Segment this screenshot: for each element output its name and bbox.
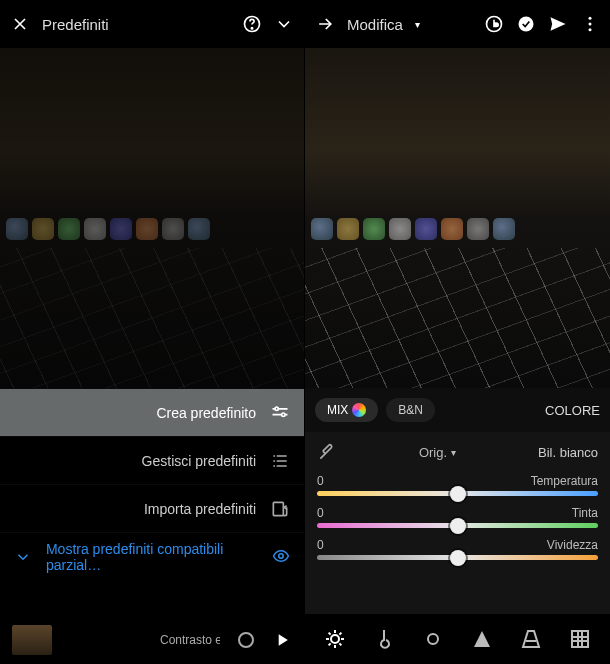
sliders-icon (270, 403, 290, 423)
tint-slider[interactable]: Tinta 0 (317, 506, 598, 532)
mix-pill-label: MIX (327, 403, 348, 417)
cloud-check-icon[interactable] (516, 14, 536, 34)
vibrance-value: 0 (317, 538, 324, 552)
svg-point-3 (282, 413, 285, 416)
svg-point-1 (251, 28, 252, 29)
white-balance-value: Orig. (419, 445, 447, 460)
perspective-icon[interactable] (519, 627, 543, 651)
list-icon (270, 451, 290, 471)
svg-point-6 (589, 17, 592, 20)
import-icon (270, 499, 290, 519)
play-icon[interactable] (272, 630, 292, 650)
color-controls: Bil. bianco Orig. ▾ Temperatura 0 Tinta … (305, 432, 610, 614)
create-preset-item[interactable]: Crea predefinito (0, 388, 304, 436)
show-partial-presets-item[interactable]: Mostra predefiniti compatibili parzial… (0, 532, 304, 580)
vibrance-label: Vividezza (547, 538, 598, 552)
premium-icon[interactable] (484, 14, 504, 34)
svg-point-12 (428, 634, 438, 644)
chevron-down-icon[interactable] (274, 14, 294, 34)
color-tab-label[interactable]: COLORE (545, 403, 600, 418)
temperature-slider[interactable]: Temperatura 0 (317, 474, 598, 500)
manage-presets-label: Gestisci predefiniti (142, 453, 256, 469)
grid-crop-icon[interactable] (568, 627, 592, 651)
white-balance-dropdown[interactable]: Orig. ▾ (419, 445, 456, 460)
temperature-value: 0 (317, 474, 324, 488)
svg-rect-11 (572, 631, 588, 647)
chevron-down-icon (14, 547, 32, 567)
svg-point-7 (589, 23, 592, 26)
chevron-down-icon: ▾ (451, 447, 456, 458)
more-icon[interactable] (580, 14, 600, 34)
create-preset-label: Crea predefinito (156, 405, 256, 421)
close-icon[interactable] (10, 14, 30, 34)
status-text: Contrasto elev (160, 633, 220, 647)
presets-title: Predefiniti (42, 16, 109, 33)
tint-value: 0 (317, 506, 324, 520)
help-icon[interactable] (242, 14, 262, 34)
svg-point-8 (589, 28, 592, 31)
svg-point-2 (275, 407, 278, 410)
import-presets-item[interactable]: Importa predefiniti (0, 484, 304, 532)
light-icon[interactable] (421, 627, 445, 651)
share-icon[interactable] (548, 14, 568, 34)
photo-preview-right[interactable] (305, 48, 610, 388)
eyedropper-icon[interactable] (317, 442, 337, 462)
manage-presets-item[interactable]: Gestisci predefiniti (0, 436, 304, 484)
vibrance-slider[interactable]: Vividezza 0 (317, 538, 598, 564)
color-tabs: COLORE B&N MIX (305, 388, 610, 432)
left-header: Predefiniti (0, 0, 304, 48)
svg-point-9 (519, 17, 534, 32)
temperature-tool-icon[interactable] (372, 627, 396, 651)
svg-point-13 (331, 635, 339, 643)
bn-pill[interactable]: B&N (386, 398, 435, 422)
histogram-icon[interactable] (470, 627, 494, 651)
edit-title[interactable]: Modifica (347, 16, 403, 33)
temperature-label: Temperatura (531, 474, 598, 488)
forward-arrow-icon[interactable] (315, 14, 335, 34)
playback-bar: Contrasto elev (0, 616, 304, 664)
svg-point-5 (279, 553, 283, 557)
tint-label: Tinta (572, 506, 598, 520)
dropdown-caret-icon: ▾ (415, 19, 420, 30)
right-header: ▾ Modifica (305, 0, 610, 48)
edit-tools-row (305, 614, 610, 664)
color-tool-icon[interactable] (323, 627, 347, 651)
color-wheel-icon (352, 403, 366, 417)
photo-preview-left (0, 48, 304, 388)
svg-rect-4 (273, 502, 283, 515)
thumbnail[interactable] (12, 625, 52, 655)
eye-icon (272, 547, 290, 567)
import-presets-label: Importa predefiniti (144, 501, 256, 517)
mix-pill[interactable]: MIX (315, 398, 378, 422)
record-icon[interactable] (238, 632, 254, 648)
preset-menu: Crea predefinito Gestisci predefiniti Im… (0, 388, 304, 616)
white-balance-label: Bil. bianco (538, 445, 598, 460)
show-partial-presets-label: Mostra predefiniti compatibili parzial… (46, 541, 258, 573)
